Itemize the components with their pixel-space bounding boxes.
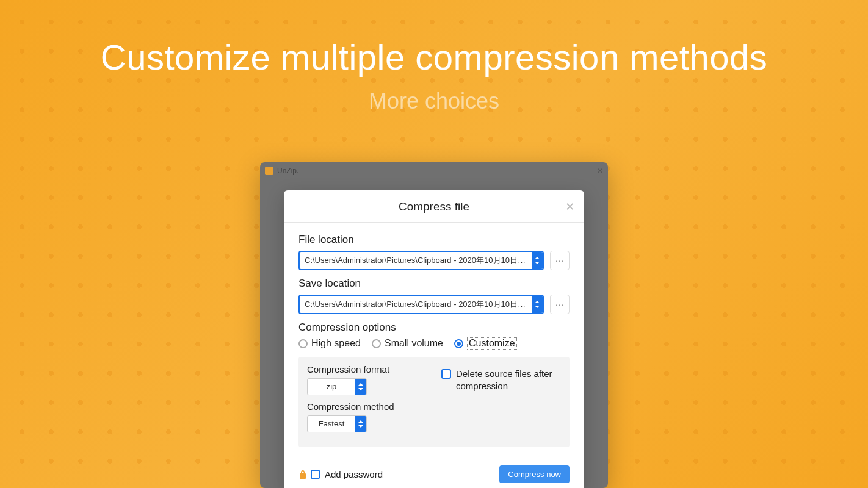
save-location-input-wrap: C:\Users\Administrator\Pictures\Clipboar… — [298, 295, 544, 314]
delete-source-checkbox[interactable] — [441, 369, 451, 379]
app-icon — [265, 167, 273, 175]
options-left: Compression format zip Compression metho… — [307, 364, 429, 439]
method-spinner[interactable] — [355, 416, 366, 432]
dialog-footer: Add password Compress now — [284, 457, 584, 488]
compression-options-radios: High speed Small volume Customize — [298, 337, 570, 350]
file-location-row: C:\Users\Administrator\Pictures\Clipboar… — [298, 251, 570, 270]
close-window-button[interactable]: ✕ — [597, 167, 603, 175]
dialog-header: Compress file ✕ — [284, 190, 584, 223]
delete-source-label: Delete source files after compression — [456, 368, 561, 392]
titlebar: UnZip. — ☐ ✕ — [260, 162, 608, 179]
dialog-body: File location C:\Users\Administrator\Pic… — [284, 223, 584, 457]
save-location-label: Save location — [298, 278, 570, 290]
compression-method-label: Compression method — [307, 401, 429, 412]
options-right: Delete source files after compression — [441, 364, 561, 439]
radio-small-volume[interactable]: Small volume — [372, 338, 443, 349]
app-title: UnZip. — [277, 167, 298, 175]
hero: Customize multiple compression methods M… — [0, 0, 868, 114]
format-spinner[interactable] — [355, 379, 366, 395]
save-location-spinner[interactable] — [532, 296, 543, 313]
maximize-button[interactable]: ☐ — [579, 167, 586, 175]
lock-icon — [298, 470, 307, 479]
customize-options-panel: Compression format zip Compression metho… — [298, 357, 570, 447]
radio-label: Customize — [467, 337, 517, 350]
compression-format-label: Compression format — [307, 364, 429, 375]
radio-high-speed[interactable]: High speed — [298, 338, 361, 349]
radio-icon — [298, 339, 308, 348]
file-location-browse-button[interactable]: ··· — [550, 251, 570, 270]
close-icon[interactable]: ✕ — [565, 200, 574, 214]
hero-subtitle: More choices — [0, 88, 868, 114]
file-location-input-wrap: C:\Users\Administrator\Pictures\Clipboar… — [298, 251, 544, 270]
radio-label: Small volume — [385, 338, 443, 349]
radio-label: High speed — [311, 338, 361, 349]
file-location-label: File location — [298, 234, 570, 246]
save-location-input[interactable]: C:\Users\Administrator\Pictures\Clipboar… — [300, 296, 532, 313]
add-password-checkbox[interactable] — [311, 470, 320, 479]
save-location-browse-button[interactable]: ··· — [550, 295, 570, 314]
radio-customize[interactable]: Customize — [454, 337, 517, 350]
app-window: UnZip. — ☐ ✕ Compress file ✕ File locati… — [260, 162, 608, 488]
compression-format-value: zip — [308, 379, 355, 395]
file-location-input[interactable]: C:\Users\Administrator\Pictures\Clipboar… — [300, 252, 532, 269]
save-location-row: C:\Users\Administrator\Pictures\Clipboar… — [298, 295, 570, 314]
compression-method-select[interactable]: Fastest — [307, 415, 367, 432]
compress-dialog: Compress file ✕ File location C:\Users\A… — [284, 190, 584, 488]
compression-method-value: Fastest — [308, 416, 355, 432]
add-password-label: Add password — [325, 469, 383, 479]
window-controls: — ☐ ✕ — [561, 167, 603, 175]
file-location-spinner[interactable] — [532, 252, 543, 269]
compress-now-button[interactable]: Compress now — [499, 465, 570, 483]
radio-icon — [454, 339, 463, 348]
radio-icon — [372, 339, 381, 348]
hero-title: Customize multiple compression methods — [0, 37, 868, 77]
compression-options-label: Compression options — [298, 321, 570, 334]
minimize-button[interactable]: — — [561, 167, 568, 175]
dialog-title: Compress file — [284, 200, 584, 214]
compression-format-select[interactable]: zip — [307, 378, 367, 395]
